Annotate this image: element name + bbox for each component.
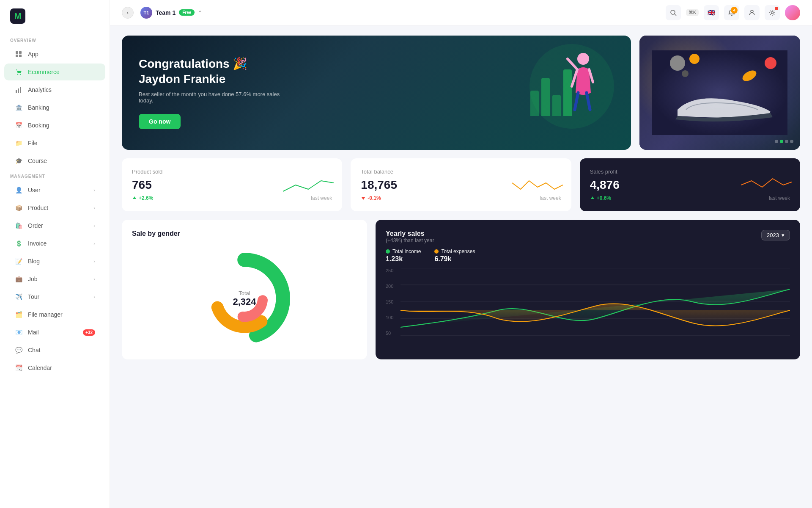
svg-line-10 <box>675 14 676 16</box>
gender-card: Sale by gender Total 2, <box>122 220 367 359</box>
sidebar-item-ecommerce[interactable]: Ecommerce <box>4 64 105 80</box>
sidebar-item-file[interactable]: 📁 File <box>4 135 105 152</box>
management-section-label: MANAGEMENT <box>0 170 110 181</box>
stat-card-sales-profit: Sales profit 4,876 +0.6% last week <box>580 158 800 211</box>
svg-rect-3 <box>19 55 22 57</box>
team-name: Team 1 <box>156 9 176 16</box>
svg-rect-7 <box>18 88 19 93</box>
svg-point-12 <box>771 11 774 14</box>
notifications-button[interactable]: 4 <box>724 5 739 20</box>
topbar-actions: ⌘K 🇬🇧 4 <box>666 5 800 20</box>
svg-rect-8 <box>20 87 21 93</box>
analytics-icon <box>14 86 23 94</box>
mini-chart-profit <box>741 174 792 196</box>
product-card: NEW Classic Leather Loafers Buy now <box>639 36 800 150</box>
sidebar-item-tour-label: Tour <box>28 293 39 300</box>
sidebar-item-analytics[interactable]: Analytics <box>4 81 105 98</box>
expenses-value: 6.79k <box>434 255 475 263</box>
hero-banner: Congratulations 🎉 Jaydon Frankie Best se… <box>122 36 631 150</box>
stat-period-balance: last week <box>540 195 561 201</box>
sidebar: M OVERVIEW App Ecommerce Analytics 🏦 Ban… <box>0 0 110 508</box>
mini-chart-product-sold <box>283 174 334 196</box>
page-content: Congratulations 🎉 Jaydon Frankie Best se… <box>110 25 812 370</box>
settings-badge <box>775 7 778 10</box>
chevron-right-icon: › <box>93 188 95 193</box>
sidebar-item-banking[interactable]: 🏦 Banking <box>4 99 105 116</box>
chat-icon: 💬 <box>14 346 23 354</box>
language-button[interactable]: 🇬🇧 <box>704 5 719 20</box>
hero-cta-button[interactable]: Go now <box>139 114 181 129</box>
svg-point-13 <box>577 53 589 65</box>
sidebar-item-chat[interactable]: 💬 Chat <box>4 342 105 359</box>
sidebar-item-ecommerce-label: Ecommerce <box>28 69 60 75</box>
course-icon: 🎓 <box>14 157 23 165</box>
dot-4[interactable] <box>790 140 793 143</box>
sidebar-item-product[interactable]: 📦 Product › <box>4 199 105 216</box>
sidebar-item-booking[interactable]: 📅 Booking <box>4 117 105 134</box>
gender-card-title: Sale by gender <box>132 230 357 237</box>
ecommerce-icon <box>14 68 23 76</box>
year-value: 2023 <box>767 232 779 238</box>
donut-total-label: Total <box>233 290 256 296</box>
search-button[interactable] <box>666 5 681 20</box>
chevron-right-icon: › <box>93 259 95 264</box>
sidebar-item-course[interactable]: 🎓 Course <box>4 152 105 169</box>
booking-icon: 📅 <box>14 121 23 130</box>
mail-badge: +32 <box>83 329 95 336</box>
sidebar-item-app-label: App <box>28 51 38 58</box>
product-icon: 📦 <box>14 204 23 212</box>
sidebar-item-order-label: Order <box>28 222 43 229</box>
stat-period-product-sold: last week <box>311 195 332 201</box>
donut-total-value: 2,324 <box>233 296 256 307</box>
sidebar-item-calendar[interactable]: 📆 Calendar <box>4 359 105 376</box>
sidebar-item-invoice[interactable]: 💲 Invoice › <box>4 235 105 252</box>
sidebar-item-app[interactable]: App <box>4 46 105 63</box>
sidebar-item-blog[interactable]: 📝 Blog › <box>4 253 105 270</box>
sidebar-collapse-button[interactable]: ‹ <box>122 7 134 19</box>
income-value: 1.23k <box>386 255 421 263</box>
sidebar-item-chat-label: Chat <box>28 347 41 353</box>
y-axis: 250 200 150 100 50 <box>386 268 398 336</box>
sidebar-item-file-label: File <box>28 140 38 146</box>
main-content: ‹ T1 Team 1 Free ⌃ ⌘K 🇬🇧 4 <box>110 0 812 508</box>
svg-point-4 <box>17 74 18 75</box>
sidebar-item-user[interactable]: 👤 User › <box>4 182 105 199</box>
sidebar-item-job[interactable]: 💼 Job › <box>4 271 105 287</box>
settings-button[interactable] <box>765 5 780 20</box>
dot-3[interactable] <box>785 140 788 143</box>
contacts-button[interactable] <box>744 5 760 20</box>
team-avatar: T1 <box>140 7 152 19</box>
dot-1[interactable] <box>775 140 778 143</box>
file-manager-icon: 🗂️ <box>14 310 23 319</box>
hero-grid: Congratulations 🎉 Jaydon Frankie Best se… <box>122 36 800 150</box>
sidebar-item-mail[interactable]: 📧 Mail +32 <box>4 324 105 341</box>
sidebar-item-file-manager-label: File manager <box>28 311 63 318</box>
blog-icon: 📝 <box>14 257 23 265</box>
chart-legend: Total income 1.23k Total expenses 6.79k <box>386 248 790 263</box>
team-selector[interactable]: T1 Team 1 Free ⌃ <box>140 7 202 19</box>
stat-change-profit: +0.6% <box>590 195 611 201</box>
keyboard-shortcut: ⌘K <box>686 9 699 16</box>
team-plan-badge: Free <box>179 9 195 16</box>
year-selector[interactable]: 2023 ▾ <box>761 230 790 240</box>
dot-2[interactable] <box>780 140 783 143</box>
sidebar-item-order[interactable]: 🛍️ Order › <box>4 217 105 234</box>
app-logo[interactable]: M <box>0 8 110 34</box>
income-label: Total income <box>392 248 421 254</box>
hero-description: Best seller of the month you have done 5… <box>139 91 283 104</box>
sidebar-item-calendar-label: Calendar <box>28 364 52 371</box>
product-image <box>639 36 800 150</box>
chevron-right-icon: › <box>93 205 95 210</box>
carousel-dots <box>775 140 793 143</box>
invoice-icon: 💲 <box>14 239 23 248</box>
svg-point-9 <box>671 10 675 14</box>
chevron-right-icon: › <box>93 294 95 299</box>
notification-badge: 4 <box>731 7 738 14</box>
user-avatar[interactable] <box>785 5 800 20</box>
flag-icon: 🇬🇧 <box>708 9 716 17</box>
svg-rect-1 <box>19 51 22 54</box>
sidebar-item-file-manager[interactable]: 🗂️ File manager <box>4 306 105 323</box>
sidebar-item-job-label: Job <box>28 276 38 282</box>
stat-footer-product-sold: +2.6% last week <box>132 195 332 201</box>
sidebar-item-tour[interactable]: ✈️ Tour › <box>4 288 105 305</box>
